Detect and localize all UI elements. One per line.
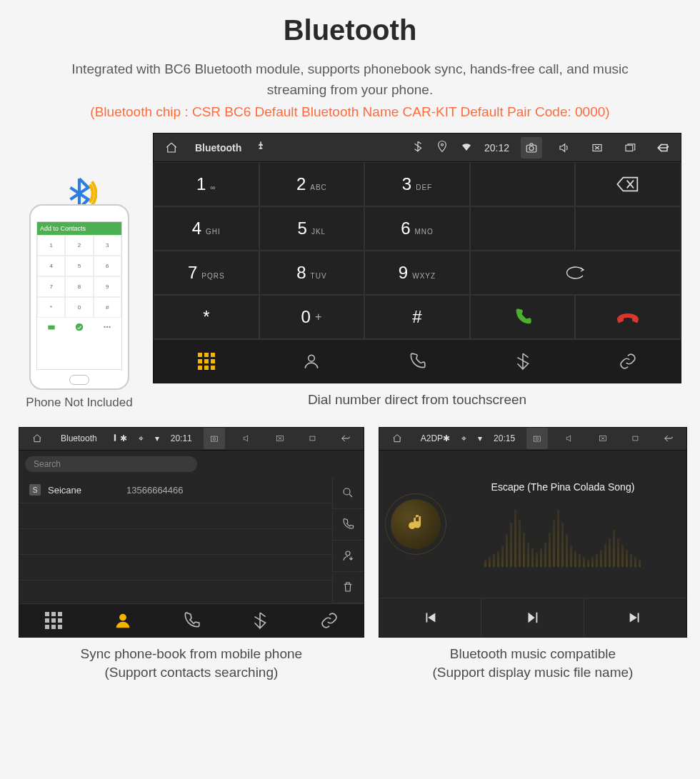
back-button[interactable] xyxy=(335,428,356,449)
volume-button[interactable] xyxy=(236,428,258,449)
dial-key-1[interactable]: 1∞ xyxy=(154,162,259,206)
dial-key-2[interactable]: 2ABC xyxy=(259,162,365,206)
svg-rect-0 xyxy=(48,325,54,329)
screenshot-button[interactable] xyxy=(204,428,225,449)
music-caption-1: Bluetooth music compatible xyxy=(450,646,616,661)
swap-button[interactable] xyxy=(470,251,681,295)
svg-point-5 xyxy=(441,144,443,146)
svg-rect-12 xyxy=(211,436,217,441)
close-button[interactable] xyxy=(592,428,614,449)
contacts-icon xyxy=(302,352,321,371)
svg-rect-15 xyxy=(310,436,315,441)
tab-recent-calls[interactable] xyxy=(364,340,470,383)
dial-key-star[interactable]: * xyxy=(154,295,259,339)
page-title: Bluetooth xyxy=(0,14,700,46)
tab-contacts[interactable] xyxy=(259,340,365,383)
link-icon xyxy=(320,611,339,630)
svg-rect-9 xyxy=(626,145,633,151)
dial-key-5[interactable]: 5JKL xyxy=(259,206,365,251)
status-time: 20:12 xyxy=(484,142,509,154)
screenshot-button[interactable] xyxy=(526,428,548,449)
tab-pair[interactable] xyxy=(575,340,681,383)
page-subtitle: Integrated with BC6 Bluetooth module, su… xyxy=(0,59,700,100)
tab-recent-calls[interactable] xyxy=(157,604,226,637)
dial-key-4[interactable]: 4GHI xyxy=(154,206,259,251)
back-button[interactable] xyxy=(658,428,679,449)
svg-rect-22 xyxy=(633,436,638,441)
status-title: Bluetooth xyxy=(195,142,241,154)
bluetooth-status-icon xyxy=(411,140,424,155)
phonebook-caption-1: Sync phone-book from mobile phone xyxy=(81,646,303,661)
volume-button[interactable] xyxy=(559,428,581,449)
entry-blank-1 xyxy=(470,162,576,206)
volume-button[interactable] xyxy=(554,137,575,159)
status-bar: A2DP ✱⌖▾ 20:15 xyxy=(379,428,686,451)
back-button[interactable] xyxy=(652,137,674,159)
tab-pair[interactable] xyxy=(294,604,363,637)
home-icon[interactable] xyxy=(161,137,182,159)
status-time: 20:11 xyxy=(171,433,192,443)
recent-apps-button[interactable] xyxy=(619,137,641,159)
phonebook-caption-2: (Support contacts searching) xyxy=(104,665,278,680)
prev-track-button[interactable] xyxy=(379,598,481,637)
close-button[interactable] xyxy=(269,428,291,449)
tab-dialpad[interactable] xyxy=(19,604,88,637)
wifi-icon: ▾ xyxy=(155,433,159,443)
recent-apps-button[interactable] xyxy=(625,428,646,449)
bluetooth-icon xyxy=(514,352,532,371)
spec-line: (Bluetooth chip : CSR BC6 Default Blueto… xyxy=(0,104,700,120)
contact-name: Seicane xyxy=(48,485,119,496)
dial-key-8[interactable]: 8TUV xyxy=(259,251,365,295)
svg-point-1 xyxy=(76,323,84,331)
phone-keypad: 123 456 789 *0# xyxy=(37,235,121,318)
dial-key-9[interactable]: 9WXYZ xyxy=(364,251,470,295)
contact-number: 13566664466 xyxy=(126,485,184,496)
next-track-button[interactable] xyxy=(584,598,686,637)
dial-key-0[interactable]: 0+ xyxy=(259,295,365,339)
tab-bluetooth[interactable] xyxy=(470,340,576,383)
phonebook-headunit: Bluetooth ✱ ⌖ ▾ 20:11 Se xyxy=(19,427,364,638)
usb-icon xyxy=(110,433,120,445)
dial-key-7[interactable]: 7PQRS xyxy=(154,251,259,295)
play-pause-button[interactable] xyxy=(481,598,584,637)
home-icon[interactable] xyxy=(386,428,408,449)
location-icon: ⌖ xyxy=(139,433,144,443)
action-download[interactable] xyxy=(332,541,364,572)
track-title: Escape (The Pina Colada Song) xyxy=(451,481,675,493)
dial-key-6[interactable]: 6MNO xyxy=(364,206,470,251)
dial-key-3[interactable]: 3DEF xyxy=(364,162,470,206)
call-button[interactable] xyxy=(470,295,576,339)
status-bar: Bluetooth ✱ ⌖ ▾ 20:11 xyxy=(19,428,364,451)
tab-contacts[interactable] xyxy=(88,604,156,637)
home-icon[interactable] xyxy=(26,428,48,449)
dial-key-hash[interactable]: # xyxy=(364,295,470,339)
entry-blank-2 xyxy=(470,206,576,251)
music-caption-2: (Support display music file name) xyxy=(433,665,634,680)
dialer-caption: Dial number direct from touchscreen xyxy=(153,391,681,410)
bluetooth-icon xyxy=(251,611,269,630)
tab-bluetooth[interactable] xyxy=(226,604,294,637)
screenshot-button[interactable] xyxy=(521,137,542,159)
contact-badge: S xyxy=(29,484,41,496)
svg-rect-19 xyxy=(534,436,540,441)
action-search[interactable] xyxy=(332,478,364,509)
close-button[interactable] xyxy=(586,137,608,159)
status-time: 20:15 xyxy=(494,433,515,443)
album-art-icon xyxy=(391,499,441,549)
entry-blank-3 xyxy=(575,206,681,251)
backspace-button[interactable] xyxy=(575,162,681,206)
search-input[interactable]: Search xyxy=(25,456,197,472)
recent-apps-button[interactable] xyxy=(302,428,324,449)
svg-point-18 xyxy=(119,614,126,620)
action-call[interactable] xyxy=(332,509,364,541)
status-title: Bluetooth xyxy=(61,433,97,443)
status-title: A2DP xyxy=(421,433,443,443)
dialpad-icon xyxy=(45,612,62,629)
svg-point-10 xyxy=(309,355,315,361)
svg-point-7 xyxy=(529,146,534,150)
contact-row[interactable]: S Seicane 13566664466 xyxy=(19,478,332,503)
end-call-button[interactable] xyxy=(575,295,681,339)
action-delete[interactable] xyxy=(332,572,364,603)
phone-icon xyxy=(182,611,201,630)
tab-dialpad[interactable] xyxy=(154,340,259,383)
